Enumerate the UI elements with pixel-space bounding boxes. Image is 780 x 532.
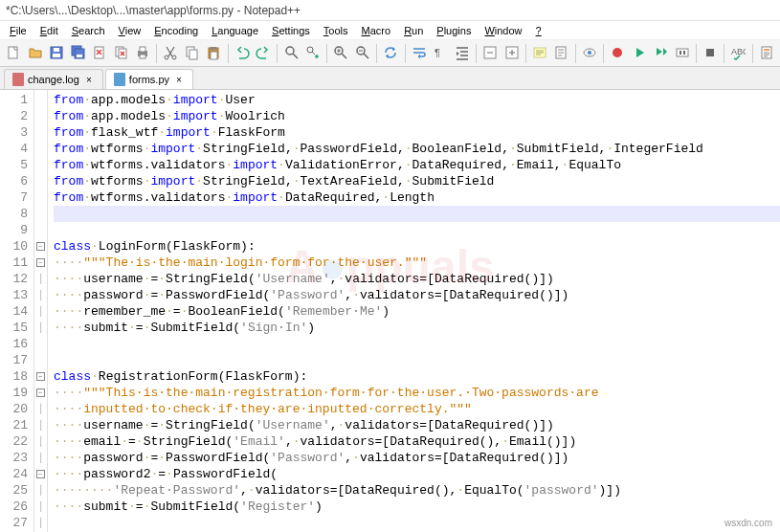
code-line[interactable]: from·app.models·import·Woolrich xyxy=(54,108,780,124)
menu-view[interactable]: View xyxy=(113,23,147,38)
code-line[interactable] xyxy=(54,515,780,531)
fold-marker[interactable]: − xyxy=(34,466,47,482)
code-line[interactable]: from·wtforms.validators·import·Validatio… xyxy=(54,157,780,173)
fold-marker: │ xyxy=(34,320,47,336)
menu-window[interactable]: Window xyxy=(479,23,527,38)
code-line[interactable]: class·RegistrationForm(FlaskForm): xyxy=(54,368,780,385)
fold-marker[interactable]: − xyxy=(34,255,47,271)
fold-marker: │ xyxy=(34,417,47,433)
code-line[interactable]: from·app.models·import·User xyxy=(54,92,780,108)
page-button[interactable] xyxy=(757,43,776,64)
save-button[interactable] xyxy=(47,43,66,64)
code-line[interactable]: ····submit·=·SubmitField('Sign·In') xyxy=(54,320,780,336)
code-line[interactable] xyxy=(54,206,780,222)
allchars-icon: ¶ xyxy=(433,45,448,62)
zoom-out-icon xyxy=(355,45,370,62)
menu-?[interactable]: ? xyxy=(530,23,547,38)
fold-2-button[interactable] xyxy=(501,43,521,64)
sync-button[interactable] xyxy=(381,43,400,64)
menu-file[interactable]: File xyxy=(4,23,33,38)
menu-encoding[interactable]: Encoding xyxy=(148,23,204,38)
menu-settings[interactable]: Settings xyxy=(266,23,316,38)
code-line[interactable]: from·wtforms·import·StringField,·Passwor… xyxy=(54,141,780,157)
menu-edit[interactable]: Edit xyxy=(34,23,64,38)
fold-marker[interactable]: − xyxy=(34,238,47,255)
print-button[interactable] xyxy=(133,43,152,64)
menu-run[interactable]: Run xyxy=(398,23,429,38)
wordwrap-button[interactable] xyxy=(410,43,429,64)
code-line[interactable]: from·wtforms·import·StringField,·TextAre… xyxy=(54,173,780,189)
svg-rect-19 xyxy=(211,52,217,59)
redo-button[interactable] xyxy=(254,43,273,64)
replace-button[interactable] xyxy=(303,43,323,64)
lang-button[interactable] xyxy=(530,43,549,64)
zoom-out-button[interactable] xyxy=(353,43,372,64)
tab-forms-py[interactable]: forms.py× xyxy=(105,69,193,89)
menu-search[interactable]: Search xyxy=(66,23,111,38)
code-line[interactable]: ····"""The·is·the·main·login·form·for·th… xyxy=(54,255,780,271)
spell-button[interactable]: ABC xyxy=(728,43,747,64)
code-line[interactable]: ····"""This·is·the·main·registration·for… xyxy=(54,385,780,401)
menu-plugins[interactable]: Plugins xyxy=(431,23,477,38)
save-all-button[interactable] xyxy=(68,43,87,64)
toolbar-separator xyxy=(752,44,753,63)
indent-button[interactable] xyxy=(452,43,471,64)
fold-marker[interactable]: − xyxy=(34,368,47,385)
close-button[interactable] xyxy=(90,43,109,64)
fold-marker xyxy=(34,222,47,238)
allchars-button[interactable]: ¶ xyxy=(431,43,450,64)
code-line[interactable]: ····remember_me·=·BooleanField('Remember… xyxy=(54,303,780,320)
line-number: 4 xyxy=(0,141,28,157)
rec-stop-button[interactable] xyxy=(701,43,720,64)
code-line[interactable]: ····email·=·StringField('Email',·validat… xyxy=(54,433,780,450)
find-button[interactable] xyxy=(281,43,301,64)
stop-button[interactable] xyxy=(672,43,691,64)
tab-close-icon[interactable]: × xyxy=(173,74,185,85)
close-all-button[interactable] xyxy=(111,43,130,64)
fold-marker[interactable]: − xyxy=(34,385,47,401)
menu-macro[interactable]: Macro xyxy=(356,23,397,38)
menu-language[interactable]: Language xyxy=(206,23,264,38)
tab-bar: change.log×forms.py× xyxy=(0,67,780,90)
code-line[interactable]: ····password·=·PasswordField('Password',… xyxy=(54,450,780,466)
close-icon xyxy=(92,45,107,62)
code-line[interactable]: class·LoginForm(FlaskForm): xyxy=(54,238,780,255)
tab-change-log[interactable]: change.log× xyxy=(4,69,103,89)
code-line[interactable]: ····password·=·PasswordField('Password',… xyxy=(54,287,780,303)
file-icon xyxy=(114,73,125,86)
cut-button[interactable] xyxy=(161,43,180,64)
fold-marker: │ xyxy=(34,499,47,515)
code-line[interactable]: ····username·=·StringField('Username',·v… xyxy=(54,417,780,433)
doc-button[interactable] xyxy=(551,43,570,64)
fold-1-button[interactable] xyxy=(480,43,500,64)
undo-button[interactable] xyxy=(233,43,252,64)
code-line[interactable] xyxy=(54,222,780,238)
fold-2-icon xyxy=(504,45,520,62)
code-line[interactable]: from·wtforms.validators·import·DataRequi… xyxy=(54,189,780,206)
svg-point-20 xyxy=(286,47,294,55)
code-line[interactable]: ····password2·=·PasswordField( xyxy=(54,466,780,482)
code-line[interactable]: ····inputted·to·check·if·they·are·inputt… xyxy=(54,401,780,417)
code-line[interactable] xyxy=(54,352,780,368)
paste-button[interactable] xyxy=(204,43,223,64)
zoom-in-button[interactable] xyxy=(331,43,350,64)
rec-button[interactable] xyxy=(608,43,627,64)
toolbar-separator xyxy=(376,44,377,63)
new-button[interactable] xyxy=(4,43,23,64)
fold-gutter[interactable]: −−││││−−││││−│││ xyxy=(34,90,48,532)
play-sel-icon xyxy=(653,45,668,62)
menu-tools[interactable]: Tools xyxy=(318,23,354,38)
tab-close-icon[interactable]: × xyxy=(83,74,95,85)
editor[interactable]: 1234567891011121314151617181920212223242… xyxy=(0,90,780,532)
code-area[interactable]: from·app.models·import·Userfrom·app.mode… xyxy=(48,90,780,532)
play-sel-button[interactable] xyxy=(651,43,670,64)
code-line[interactable]: ····submit·=·SubmitField('Register') xyxy=(54,499,780,515)
code-line[interactable]: from·flask_wtf·import·FlaskForm xyxy=(54,124,780,141)
code-line[interactable] xyxy=(54,336,780,352)
play-button[interactable] xyxy=(629,43,648,64)
open-button[interactable] xyxy=(25,43,44,64)
eye-button[interactable] xyxy=(580,43,599,64)
copy-button[interactable] xyxy=(183,43,202,64)
code-line[interactable]: ········'Repeat·Password',·validators=[D… xyxy=(54,482,780,499)
code-line[interactable]: ····username·=·StringField('Username',·v… xyxy=(54,271,780,287)
